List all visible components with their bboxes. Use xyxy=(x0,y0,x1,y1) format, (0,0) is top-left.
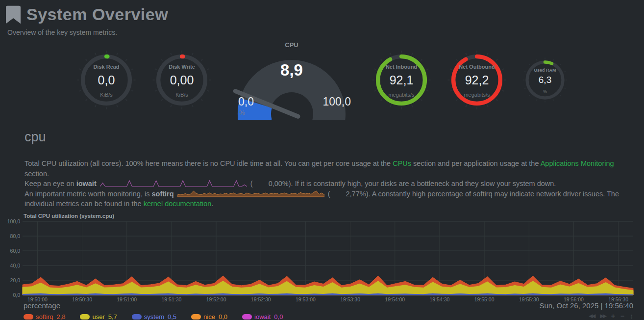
softirq-percent: 2,77% xyxy=(346,190,366,198)
svg-text:60,0: 60,0 xyxy=(10,247,21,253)
gauge-cpu[interactable]: CPU 8,9 0,0 100,0 % xyxy=(230,40,353,120)
iowait-sparkline xyxy=(100,180,247,187)
section-heading-cpu: cpu xyxy=(25,130,644,145)
svg-text:19:51:30: 19:51:30 xyxy=(161,296,181,301)
svg-text:19:53:00: 19:53:00 xyxy=(296,296,316,301)
gauge-units: KiB/s xyxy=(151,92,213,98)
chart-units-label: percentage xyxy=(24,301,60,310)
legend-item-iowait[interactable]: iowait0,0 xyxy=(242,313,283,320)
legend-swatch xyxy=(132,314,142,320)
cpu-section: cpu Total CPU utilization (all cores). 1… xyxy=(0,130,644,320)
legend-swatch xyxy=(242,314,252,320)
zoom-in-button[interactable]: + xyxy=(611,312,615,320)
gauge-label: Net Inbound xyxy=(371,64,432,70)
text: An important metric worth monitoring, is xyxy=(25,190,151,198)
cpu-gauge-units: % xyxy=(239,109,245,116)
legend-item-nice[interactable]: nice0,0 xyxy=(191,313,227,320)
gauge-value: 6,3 xyxy=(521,75,569,85)
gauges-row: Disk Read 0,0 KiB/s Disk Write 0,00 KiB/… xyxy=(0,40,644,120)
iowait-percent: 0,00% xyxy=(269,180,289,187)
gauge-disk-write[interactable]: Disk Write 0,00 KiB/s xyxy=(151,49,213,111)
gauge-used-ram[interactable]: Used RAM 6,3 % xyxy=(521,56,569,104)
cpu-gauge-max: 100,0 xyxy=(322,95,351,108)
legend-item-system[interactable]: system0,5 xyxy=(132,313,176,320)
gauge-units: KiB/s xyxy=(75,92,137,98)
svg-text:19:52:30: 19:52:30 xyxy=(251,296,271,301)
svg-text:19:51:00: 19:51:00 xyxy=(117,296,137,301)
gauge-disk-read[interactable]: Disk Read 0,0 KiB/s xyxy=(75,49,137,111)
gauge-value: 0,00 xyxy=(151,73,213,87)
svg-text:20,0: 20,0 xyxy=(10,277,21,283)
softirq-term: softirq xyxy=(151,190,173,198)
paren: ( xyxy=(250,180,253,187)
cpu-gauge-value: 8,9 xyxy=(230,61,353,80)
svg-text:100,0: 100,0 xyxy=(7,219,20,224)
gauge-units: % xyxy=(521,89,569,94)
pan-backward-button[interactable]: ◀◀ xyxy=(589,313,594,319)
svg-text:40,0: 40,0 xyxy=(10,262,21,268)
svg-text:19:54:30: 19:54:30 xyxy=(429,296,449,301)
paren: ( xyxy=(328,190,330,198)
cpu-gauge-dial xyxy=(230,46,353,120)
cpu-gauge-min: 0,0 xyxy=(238,95,254,108)
page-subtitle: Overview of the key system metrics. xyxy=(7,28,644,36)
svg-text:0,0: 0,0 xyxy=(13,292,20,297)
svg-text:19:55:30: 19:55:30 xyxy=(519,296,539,301)
gauge-units: megabits/s xyxy=(371,92,432,98)
legend-swatch xyxy=(191,314,201,320)
resize-button[interactable]: ↕ xyxy=(630,312,633,320)
gauge-label: Used RAM xyxy=(521,68,569,73)
gauge-value: 0,0 xyxy=(75,73,137,87)
cpu-description-line-2: Keep an eye on iowait (0,00%). If it is … xyxy=(25,179,624,189)
link-cpus[interactable]: CPUs xyxy=(393,160,411,167)
link-applications-monitoring[interactable]: Applications Monitoring xyxy=(541,160,614,167)
legend-item-user[interactable]: user5,7 xyxy=(80,313,117,320)
zoom-out-button[interactable]: − xyxy=(620,312,624,320)
cpu-utilization-chart[interactable]: 0,020,040,060,080,0100,019:50:0019:50:30… xyxy=(5,219,640,301)
chart-footer: percentage Sun, Oct 26, 2025 | 19:56:40 xyxy=(24,301,633,310)
text: Keep an eye on xyxy=(25,180,76,187)
cpu-description-line-1: Total CPU utilization (all cores). 100% … xyxy=(25,159,624,179)
chart-toolbox: ◀◀ ▶▶ + − ↕ xyxy=(589,312,633,320)
gauge-label: Net Outbound xyxy=(446,64,508,70)
legend-swatch xyxy=(80,314,90,320)
svg-text:19:54:00: 19:54:00 xyxy=(385,296,405,301)
legend-swatch xyxy=(24,314,33,320)
gauge-units: megabits/s xyxy=(446,92,508,98)
text: section and per application usage at the xyxy=(411,160,541,167)
gauge-net-inbound[interactable]: Net Inbound 92,1 megabits/s xyxy=(371,49,432,111)
iowait-term: iowait xyxy=(76,180,97,187)
gauge-label: Disk Read xyxy=(75,64,137,70)
softirq-sparkline xyxy=(177,190,324,197)
page-title: System Overview xyxy=(26,5,168,24)
text: Total CPU utilization (all cores). 100% … xyxy=(25,160,393,167)
svg-text:19:52:00: 19:52:00 xyxy=(206,296,226,301)
cpu-description-line-3: An important metric worth monitoring, is… xyxy=(25,189,624,209)
svg-text:19:55:00: 19:55:00 xyxy=(474,296,495,301)
svg-text:80,0: 80,0 xyxy=(10,233,21,239)
chart-legend: softirq2,8 user5,7 system0,5 nice0,0 iow… xyxy=(24,313,633,320)
text: ). If it is constantly high, your disks … xyxy=(289,180,556,187)
text: section. xyxy=(25,170,49,178)
chart-timestamp: Sun, Oct 26, 2025 | 19:56:40 xyxy=(539,301,633,310)
legend-item-softirq[interactable]: softirq2,8 xyxy=(24,313,65,320)
svg-text:19:53:30: 19:53:30 xyxy=(340,296,360,301)
svg-text:19:50:30: 19:50:30 xyxy=(72,296,92,301)
chart-title: Total CPU utilization (system.cpu) xyxy=(24,213,644,219)
cpu-description: Total CPU utilization (all cores). 100% … xyxy=(25,159,624,209)
svg-text:19:56:30: 19:56:30 xyxy=(608,296,628,301)
gauge-value: 92,2 xyxy=(446,73,508,87)
link-kernel-documentation[interactable]: kernel documentation xyxy=(144,200,212,208)
gauge-net-outbound[interactable]: Net Outbound 92,2 megabits/s xyxy=(446,49,508,111)
pan-forward-button[interactable]: ▶▶ xyxy=(600,313,605,319)
svg-text:19:50:00: 19:50:00 xyxy=(27,296,48,301)
text: . xyxy=(211,200,213,208)
bookmark-icon xyxy=(6,5,21,24)
cpu-chart-block: Total CPU utilization (system.cpu) 0,020… xyxy=(0,213,644,320)
gauge-label: Disk Write xyxy=(151,64,213,70)
gauge-value: 92,1 xyxy=(371,73,432,87)
svg-text:19:56:00: 19:56:00 xyxy=(564,296,584,301)
page-header: System Overview Overview of the key syst… xyxy=(0,0,644,36)
